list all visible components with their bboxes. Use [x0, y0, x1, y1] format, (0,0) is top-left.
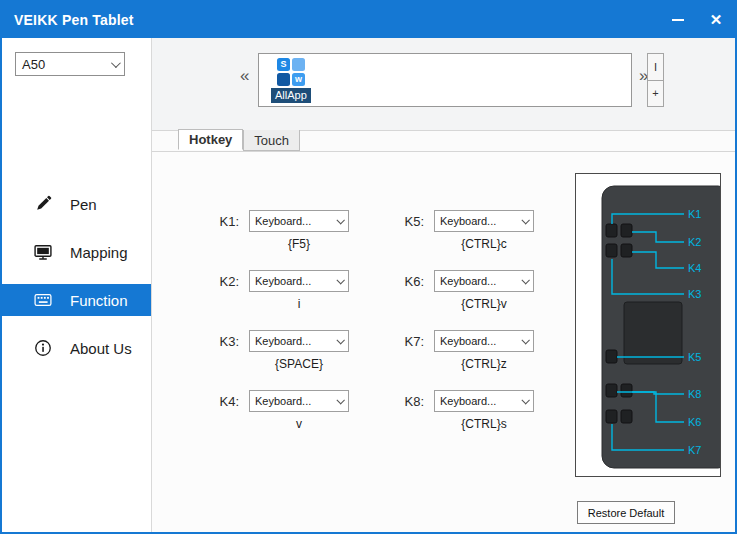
app-tile-label: AllApp — [271, 88, 311, 103]
sidebar-item-pen[interactable]: Pen — [2, 188, 151, 220]
hotkey-row-k7: K7: Keyboard... {CTRL}z — [392, 330, 542, 390]
hotkey-value: i — [249, 297, 349, 311]
k6-action-select[interactable]: Keyboard... — [434, 270, 534, 292]
device-model-value: A50 — [22, 57, 45, 72]
k5-action-select[interactable]: Keyboard... — [434, 210, 534, 232]
svg-text:K7: K7 — [688, 444, 701, 456]
chevron-down-icon — [336, 396, 344, 404]
hotkey-row-k3: K3: Keyboard... {SPACE} — [207, 330, 357, 390]
app-cursor-button[interactable]: I — [648, 54, 663, 80]
svg-text:K2: K2 — [688, 236, 701, 248]
title-bar: VEIKK Pen Tablet ✕ — [2, 2, 735, 38]
hotkey-label: K4: — [207, 394, 239, 409]
window-title: VEIKK Pen Tablet — [14, 12, 134, 28]
app-tile-allapp[interactable]: S w AllApp — [271, 58, 311, 103]
chevron-down-icon — [521, 336, 529, 344]
hotkey-value: {CTRL}z — [434, 357, 534, 371]
minimize-icon — [672, 19, 684, 21]
tablet-diagram-svg: K1K2K4K3K5K8K6K7 — [576, 174, 721, 477]
sidebar-nav: Pen Mapping — [2, 188, 151, 380]
tab-strip: Hotkey Touch — [178, 130, 300, 151]
sidebar: A50 Pen — [2, 38, 152, 532]
chevron-down-icon — [521, 276, 529, 284]
info-icon — [32, 337, 54, 359]
tab-touch[interactable]: Touch — [243, 130, 300, 151]
chevron-down-icon — [521, 216, 529, 224]
svg-text:K8: K8 — [688, 388, 701, 400]
svg-text:K5: K5 — [688, 351, 701, 363]
allapp-icon: S w — [277, 58, 305, 86]
hotkey-value: v — [249, 417, 349, 431]
svg-text:K4: K4 — [688, 262, 701, 274]
app-window: VEIKK Pen Tablet ✕ A50 — [0, 0, 737, 534]
hotkey-value: {CTRL}c — [434, 237, 534, 251]
sidebar-item-function[interactable]: Function — [2, 284, 151, 316]
chevron-down-icon — [336, 336, 344, 344]
hotkey-value: {CTRL}v — [434, 297, 534, 311]
chevron-down-icon — [336, 216, 344, 224]
hotkey-panel: K1: Keyboard... {F5} K2: Keyboard... — [152, 152, 735, 532]
svg-text:K6: K6 — [688, 416, 701, 428]
hotkey-row-k2: K2: Keyboard... i — [207, 270, 357, 330]
chevron-down-icon — [111, 58, 121, 68]
hotkey-label: K5: — [392, 214, 424, 229]
restore-default-button[interactable]: Restore Default — [577, 501, 675, 524]
hotkey-label: K3: — [207, 334, 239, 349]
apps-scroll-left-button[interactable]: « — [240, 66, 249, 86]
sidebar-item-label: Pen — [70, 196, 97, 213]
tab-hotkey[interactable]: Hotkey — [178, 129, 243, 150]
close-button[interactable]: ✕ — [697, 2, 735, 38]
main-area: « S w AllApp » I + Hotk — [152, 38, 735, 532]
window-controls: ✕ — [659, 2, 735, 38]
sidebar-item-mapping[interactable]: Mapping — [2, 236, 151, 268]
hotkey-value: {SPACE} — [249, 357, 349, 371]
sidebar-item-about[interactable]: About Us — [2, 332, 151, 364]
k7-action-select[interactable]: Keyboard... — [434, 330, 534, 352]
k3-action-select[interactable]: Keyboard... — [249, 330, 349, 352]
hotkey-row-k4: K4: Keyboard... v — [207, 390, 357, 450]
sidebar-item-label: Function — [70, 292, 128, 309]
minimize-button[interactable] — [659, 2, 697, 38]
chevron-down-icon — [336, 276, 344, 284]
hotkey-value: {CTRL}s — [434, 417, 534, 431]
device-model-select[interactable]: A50 — [15, 52, 125, 76]
sidebar-item-label: Mapping — [70, 244, 128, 261]
k4-action-select[interactable]: Keyboard... — [249, 390, 349, 412]
hotkey-label: K1: — [207, 214, 239, 229]
k1-action-select[interactable]: Keyboard... — [249, 210, 349, 232]
hotkey-label: K6: — [392, 274, 424, 289]
k8-action-select[interactable]: Keyboard... — [434, 390, 534, 412]
hotkey-column-left: K1: Keyboard... {F5} K2: Keyboard... — [207, 210, 357, 450]
app-list-controls: I + — [647, 53, 664, 107]
hotkey-label: K7: — [392, 334, 424, 349]
monitor-icon — [32, 241, 54, 263]
app-add-button[interactable]: + — [648, 80, 663, 107]
hotkey-row-k8: K8: Keyboard... {CTRL}s — [392, 390, 542, 450]
hotkey-row-k5: K5: Keyboard... {CTRL}c — [392, 210, 542, 270]
svg-text:K1: K1 — [688, 208, 701, 220]
pen-icon — [32, 193, 54, 215]
hotkey-label: K8: — [392, 394, 424, 409]
tablet-diagram: K1K2K4K3K5K8K6K7 — [575, 173, 721, 477]
hotkey-row-k6: K6: Keyboard... {CTRL}v — [392, 270, 542, 330]
hotkey-column-right: K5: Keyboard... {CTRL}c K6: Keyboard... — [392, 210, 542, 450]
hotkey-value: {F5} — [249, 237, 349, 251]
sidebar-item-label: About Us — [70, 340, 132, 357]
hotkey-label: K2: — [207, 274, 239, 289]
k2-action-select[interactable]: Keyboard... — [249, 270, 349, 292]
hotkey-row-k1: K1: Keyboard... {F5} — [207, 210, 357, 270]
apps-list: S w AllApp — [258, 53, 632, 107]
chevron-down-icon — [521, 396, 529, 404]
keyboard-icon — [32, 289, 54, 311]
svg-text:K3: K3 — [688, 288, 701, 300]
close-icon: ✕ — [710, 11, 723, 29]
